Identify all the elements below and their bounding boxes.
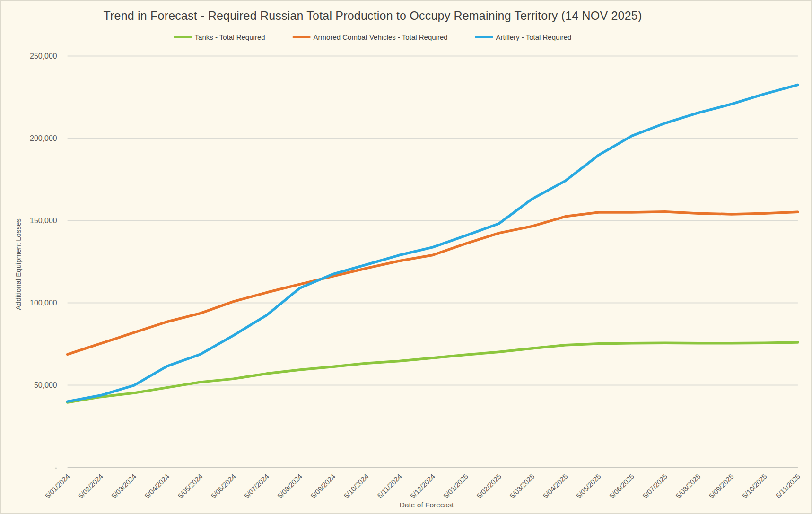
legend-label-armored-combat-vehicles: Armored Combat Vehicles - Total Required	[314, 33, 448, 41]
tanks-series-swatch-icon	[174, 36, 192, 38]
legend-item-artillery: Artillery - Total Required	[475, 33, 572, 41]
artillery-series-swatch-icon	[475, 36, 493, 38]
series-line-artillery	[68, 85, 798, 401]
y-axis-title: Additional Equipment Losses	[14, 218, 22, 310]
x-tick-label: 5/09/2025	[707, 472, 735, 500]
x-tick-label: 5/04/2024	[143, 472, 171, 500]
y-tick-label: 100,000	[30, 299, 57, 307]
chart-title: Trend in Forecast - Required Russian Tot…	[104, 9, 642, 23]
x-tick-label: 5/05/2024	[176, 472, 204, 500]
x-tick-label: 5/02/2025	[475, 472, 503, 500]
legend-item-armored-combat-vehicles: Armored Combat Vehicles - Total Required	[293, 33, 448, 41]
x-tick-label: 5/08/2024	[276, 472, 304, 500]
series-line-tanks	[68, 342, 798, 402]
x-tick-label: 5/12/2024	[409, 472, 437, 500]
chart-legend: Tanks - Total Required Armored Combat Ve…	[174, 33, 572, 41]
y-tick-label: 200,000	[30, 134, 57, 142]
acv-series-swatch-icon	[293, 36, 311, 38]
x-tick-label: 5/05/2025	[575, 472, 602, 500]
chart-canvas: -50,000100,000150,000200,000250,0005/01/…	[0, 0, 812, 514]
x-tick-label: 5/06/2025	[608, 472, 636, 500]
series-line-armored	[68, 212, 798, 355]
x-tick-label: 5/11/2024	[375, 472, 403, 499]
legend-label-tanks: Tanks - Total Required	[195, 33, 265, 41]
x-tick-label: 5/11/2025	[774, 472, 802, 499]
x-tick-label: 5/01/2024	[44, 472, 71, 500]
y-tick-label: 50,000	[34, 381, 57, 389]
x-tick-label: 5/10/2025	[741, 472, 768, 500]
x-tick-label: 5/03/2025	[508, 472, 536, 500]
x-tick-label: 5/07/2025	[641, 472, 669, 500]
x-tick-label: 5/03/2024	[110, 472, 138, 500]
x-tick-label: 5/01/2025	[442, 472, 470, 500]
line-chart-plot: -50,000100,000150,000200,000250,0005/01/…	[1, 1, 811, 513]
legend-label-artillery: Artillery - Total Required	[496, 33, 572, 41]
x-tick-label: 5/06/2024	[210, 472, 237, 500]
x-tick-label: 5/10/2024	[342, 472, 370, 500]
y-tick-label: 150,000	[30, 217, 57, 225]
x-axis-title: Date of Forecast	[400, 501, 454, 509]
x-tick-label: 5/08/2025	[674, 472, 702, 500]
x-tick-label: 5/04/2025	[541, 472, 569, 500]
x-tick-label: 5/07/2024	[243, 472, 271, 500]
legend-item-tanks: Tanks - Total Required	[174, 33, 265, 41]
y-tick-label: 250,000	[30, 52, 57, 60]
x-tick-label: 5/09/2024	[309, 472, 337, 500]
y-tick-label: -	[54, 463, 57, 471]
x-tick-label: 5/02/2024	[77, 472, 105, 500]
